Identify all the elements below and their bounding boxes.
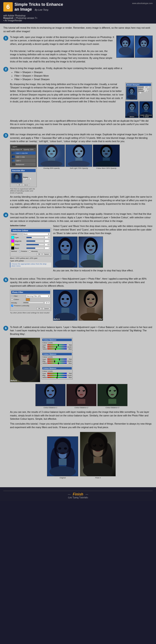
svg-point-107 <box>88 298 89 299</box>
sel-col-cancel-button[interactable]: Cancel <box>43 253 50 256</box>
yellow-label: Yellow: <box>15 244 26 246</box>
cb3-red: Red <box>67 373 72 374</box>
step5-right-col: Before <box>53 290 153 321</box>
header: 6 Simple Tricks to Enhance an Image By L… <box>0 0 156 14</box>
cyan-val: -10 <box>45 236 50 239</box>
cb1-slider3[interactable] <box>47 348 67 350</box>
cb-result-1-img <box>35 384 65 406</box>
step6-portrait-wrap: Before <box>10 338 40 382</box>
sel-col-black-row: Black: 0 <box>11 246 50 250</box>
cb3-magenta: Mag <box>42 375 47 376</box>
svg-point-109 <box>89 302 93 304</box>
blend-img-softlight-img <box>65 144 92 167</box>
pf-ok-button[interactable]: OK <box>37 307 42 310</box>
blend-colorburn-caption: Colour Burn 50% Opacity <box>96 167 116 169</box>
sel-col-yellow-row: Yellow: +20 <box>11 243 50 246</box>
step4-cyans-note: Cyan 10% yellow <box>10 260 51 262</box>
svg-point-20 <box>130 89 134 94</box>
gaussian-cancel-button[interactable]: Cancel <box>23 184 30 186</box>
blend-img-overlay: Overlay 50% opacity <box>38 144 65 169</box>
step4-after-img <box>79 236 103 268</box>
cb-title-1: Colour Balance <box>42 339 72 341</box>
svg-point-13 <box>141 43 143 44</box>
blend-images-row: Overlay 50% opacity <box>38 144 153 169</box>
magenta-slider[interactable] <box>26 240 44 242</box>
pf-radio-filter[interactable] <box>11 295 13 297</box>
step5-note: Try other photo filters and settings for… <box>10 312 51 314</box>
pf-luminosity-checkbox[interactable] <box>11 305 13 307</box>
step-6-text2: As you can see, the results of 3 colour … <box>10 410 153 421</box>
cb1-slider1[interactable] <box>47 344 67 346</box>
pf-radio-colour[interactable] <box>11 299 13 300</box>
cb1-row3: Yellow Blue <box>42 348 72 350</box>
cb3-row2: Mag Green <box>42 375 72 376</box>
footer-dash-left: — <box>68 493 70 496</box>
cb2-slider1[interactable] <box>47 358 67 360</box>
footer-inner: — Finish — <box>3 492 153 496</box>
svg-point-14 <box>144 43 146 44</box>
cb1-row1: Cyan Red <box>42 344 72 346</box>
svg-point-78 <box>60 241 70 254</box>
svg-point-150 <box>111 394 114 395</box>
svg-point-80 <box>66 245 69 247</box>
step3-panels-col: Layers Colour Burn ▼ Opacity: 30% Layer … <box>10 144 37 194</box>
selective-colour-panel: Selective Colour Colours: Blues ▼ <box>10 228 51 256</box>
svg-point-89 <box>88 245 89 246</box>
radio-absolute[interactable] <box>29 250 31 252</box>
step6-final-comparison: Original <box>10 432 153 479</box>
svg-point-96 <box>60 294 70 307</box>
cb3-slider3[interactable] <box>47 377 67 378</box>
sharpen-radius-val: 1.5 <box>143 88 147 90</box>
gaussian-ok-button[interactable]: OK <box>17 184 22 186</box>
layer-row-blur: Layer 1 copy blur <box>11 151 36 155</box>
step-2-bullet-2: Filter > Sharpen > Sharpen More <box>15 74 153 78</box>
pf-density-slider[interactable] <box>23 302 44 303</box>
cb2-thumb2 <box>54 360 55 362</box>
layer-name-blur: Layer 1 copy blur <box>16 152 28 154</box>
cyan-slider[interactable] <box>26 237 44 238</box>
step4-before-wrap <box>53 236 77 268</box>
svg-rect-142 <box>77 399 85 404</box>
sel-col-dropdown[interactable]: Blues ▼ <box>23 233 50 236</box>
yellow-slider[interactable] <box>26 244 44 246</box>
cb3-green: Green <box>67 375 72 376</box>
step-6-conclusion: This concludes this tutorial. I hope you… <box>10 422 153 429</box>
layers-panel: Layers Colour Burn ▼ Opacity: 30% Layer … <box>10 144 37 167</box>
gaussian-buttons: OK Cancel <box>11 184 36 186</box>
sel-col-ok-button[interactable]: OK <box>37 253 42 256</box>
footer-dash-right: — <box>86 493 88 496</box>
step3-experiment-note: Feel free to experiment with the differe… <box>10 188 37 194</box>
step-4-text2: Select 'Cyans' and 'Blues' from the drop… <box>53 224 153 235</box>
final-result-wrap: Final 3 <box>80 432 116 479</box>
pf-luminosity-row: Preserve Luminosity <box>11 305 50 307</box>
footer-credit: -Les Tyang Tutorials- <box>3 496 153 499</box>
cb3-row1: Cyan Red <box>42 373 72 374</box>
radio-relative[interactable] <box>19 250 21 252</box>
sel-col-selected-colour: Blues <box>23 233 28 235</box>
black-slider[interactable] <box>26 248 44 249</box>
cb2-slider2[interactable] <box>47 360 67 362</box>
method-absolute: Absolute <box>29 250 38 252</box>
step-4-number: 4 <box>3 212 8 218</box>
pf-cancel-button[interactable]: Cancel <box>43 307 50 310</box>
step6-layout: Before Colour Balance Colour Levels: Cya… <box>10 338 153 382</box>
cb3-yellow: Yellow <box>42 377 47 378</box>
step2-img-wrap-1: Before <box>125 101 139 118</box>
cb1-thumb2 <box>56 346 57 348</box>
step1-image-row <box>116 36 153 58</box>
gaussian-blur-panel: Gaussian Blur <box>10 168 37 187</box>
sharpen-amount-row: Amount: 150% <box>138 86 151 88</box>
pf-colour-swatch[interactable] <box>26 298 30 301</box>
cb2-blue: Blue <box>67 362 72 364</box>
svg-point-86 <box>86 241 96 254</box>
cb1-slider2[interactable] <box>47 346 67 348</box>
step6-cb-panels: Colour Balance Colour Levels: Cyan Red M… <box>41 338 73 380</box>
gaussian-radius-val-wrap: 6.0 pixels <box>23 178 31 180</box>
requirements-section: with Adobe Photoshop Required: • Photosh… <box>0 14 156 24</box>
cb3-slider1[interactable] <box>47 373 67 374</box>
cb3-slider2[interactable] <box>47 375 67 376</box>
title-line2: an Image <box>15 7 32 12</box>
svg-point-90 <box>92 245 93 246</box>
cb2-slider3[interactable] <box>47 362 67 364</box>
pf-filter-dropdown[interactable]: Warming Filter (85) ▼ <box>26 295 50 298</box>
